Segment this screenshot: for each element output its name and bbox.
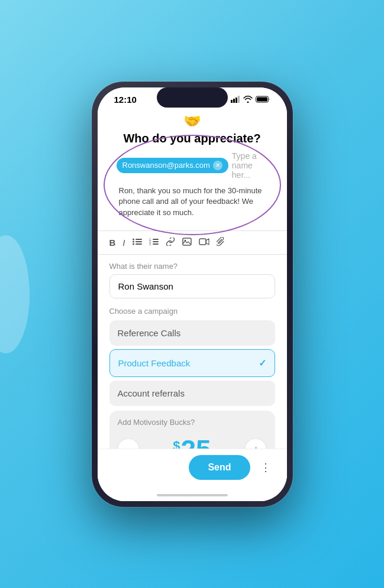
svg-point-8 [133, 241, 134, 243]
campaign-option-account-referrals[interactable]: Account referrals [109, 381, 275, 406]
attach-button[interactable] [217, 237, 225, 248]
campaign-option-label: Account referrals [118, 388, 185, 398]
svg-rect-15 [153, 241, 159, 242]
decorative-blob [0, 235, 30, 353]
campaign-option-reference-calls[interactable]: Reference Calls [109, 320, 275, 346]
home-indicator [98, 490, 287, 501]
app-header: 🤝 Who do you appreciate? Ronswanson@park… [98, 107, 287, 231]
svg-point-10 [133, 243, 134, 245]
svg-rect-17 [153, 243, 159, 245]
bottom-bar: Send ⋮ [98, 449, 287, 490]
svg-rect-7 [135, 239, 142, 240]
campaign-option-label: Reference Calls [118, 328, 181, 338]
home-bar [157, 494, 228, 496]
signal-icon [231, 96, 240, 103]
screen-content: 🤝 Who do you appreciate? Ronswanson@park… [98, 107, 287, 501]
battery-icon [256, 96, 270, 103]
campaign-label: Choose a campaign [109, 307, 275, 316]
bucks-label: Add Motivosity Bucks? [118, 418, 267, 427]
bucks-amount-display: $ 25 [173, 434, 211, 448]
bucks-value: 25 [181, 434, 211, 448]
svg-rect-0 [231, 100, 233, 103]
more-options-button[interactable]: ⋮ [256, 458, 275, 477]
phone-frame: 12:10 [92, 82, 293, 507]
numbered-list-button[interactable]: 1.2.3. [149, 238, 159, 248]
italic-button[interactable]: I [122, 238, 125, 248]
bold-button[interactable]: B [109, 238, 116, 248]
recipient-placeholder[interactable]: Type a name her... [232, 151, 268, 180]
message-text: Ron, thank you so much for the 30-minute… [117, 186, 268, 219]
phone-screen: 12:10 [98, 87, 287, 501]
link-button[interactable] [166, 238, 175, 248]
toolbar-container: B I 1.2.3. [98, 230, 287, 255]
status-icons [231, 96, 270, 103]
recipient-area[interactable]: Ronswanson@parks.com ✕ Type a name her..… [117, 151, 268, 180]
recipient-tag[interactable]: Ronswanson@parks.com ✕ [117, 158, 228, 173]
image-button[interactable] [182, 238, 192, 248]
page-title: Who do you appreciate? [123, 132, 260, 145]
name-label: What is their name? [109, 262, 275, 271]
svg-rect-20 [199, 239, 206, 245]
bucks-controls: − $ 25 + [118, 434, 267, 448]
svg-rect-9 [135, 241, 142, 242]
phone-notch [157, 87, 228, 108]
wifi-icon [243, 96, 253, 103]
recipient-email: Ronswanson@parks.com [122, 161, 210, 170]
svg-rect-1 [233, 99, 235, 103]
formatting-toolbar: B I 1.2.3. [109, 231, 275, 254]
decrement-bucks-button[interactable]: − [118, 439, 139, 448]
app-icon: 🤝 [183, 113, 201, 129]
campaign-option-product-feedback[interactable]: Product Feedback ✓ [109, 349, 275, 377]
svg-rect-3 [238, 96, 240, 103]
svg-rect-18 [183, 238, 191, 245]
increment-bucks-button[interactable]: + [245, 439, 266, 448]
svg-rect-2 [235, 98, 237, 103]
svg-text:3.: 3. [149, 242, 151, 246]
video-button[interactable] [199, 238, 209, 248]
campaign-option-label: Product Feedback [118, 358, 191, 368]
svg-point-6 [133, 239, 134, 241]
remove-recipient-button[interactable]: ✕ [213, 161, 222, 170]
svg-rect-11 [135, 243, 142, 245]
status-time: 12:10 [114, 95, 137, 105]
send-button[interactable]: Send [189, 455, 250, 480]
svg-rect-13 [153, 239, 159, 240]
bucks-symbol: $ [173, 438, 180, 448]
form-content: What is their name? Choose a campaign Re… [98, 255, 287, 448]
bucks-section: Add Motivosity Bucks? − $ 25 + [109, 411, 275, 448]
svg-rect-5 [257, 98, 267, 102]
name-input[interactable] [109, 274, 275, 298]
bullet-list-button[interactable] [133, 238, 142, 248]
selected-check-icon: ✓ [259, 358, 266, 369]
oval-highlight-container: Ronswanson@parks.com ✕ Type a name her..… [109, 151, 275, 226]
